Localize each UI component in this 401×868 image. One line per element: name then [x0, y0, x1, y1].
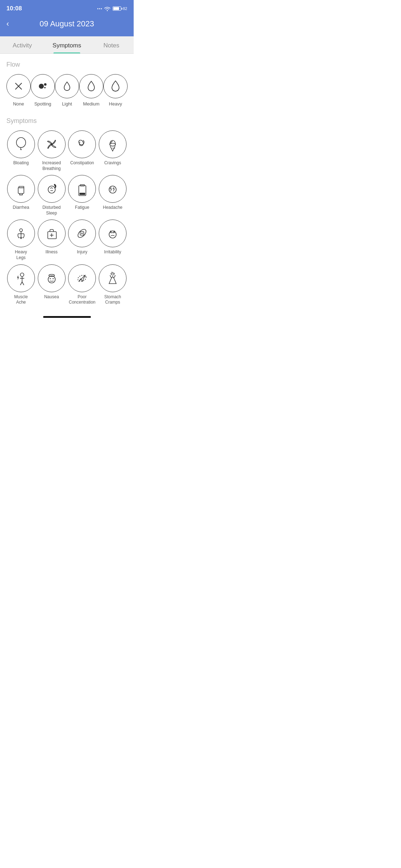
svg-point-30	[48, 276, 55, 283]
symptom-disturbed-sleep-label: DisturbedSleep	[42, 205, 61, 216]
symptom-headache[interactable]: Headache	[98, 175, 127, 216]
symptom-heavy-legs[interactable]: HeavyLegs	[6, 219, 36, 260]
symptom-cravings[interactable]: XXX Cravings	[98, 130, 127, 171]
symptoms-section-label: Symptoms	[6, 117, 127, 125]
svg-point-29	[20, 273, 24, 277]
symptom-fatigue[interactable]: Fatigue	[68, 175, 97, 216]
signal-icon	[97, 8, 102, 9]
flow-item-light[interactable]: Light	[55, 74, 79, 107]
flow-item-spotting[interactable]: Spotting	[31, 74, 55, 107]
tab-activity[interactable]: Activity	[0, 36, 45, 53]
svg-point-18	[20, 229, 22, 232]
flow-item-none[interactable]: None	[6, 74, 31, 107]
symptom-constipation[interactable]: Constipation	[68, 130, 97, 171]
status-time: 10:08	[6, 5, 22, 12]
flow-light-circle[interactable]	[55, 74, 79, 98]
tab-notes[interactable]: Notes	[89, 36, 134, 53]
header: ‹ 09 August 2023	[0, 16, 134, 36]
symptom-stomach-cramps-label: StomachCramps	[104, 294, 121, 305]
status-bar: 10:08 82	[0, 0, 134, 16]
symptom-injury-label: Injury	[77, 249, 87, 255]
symptom-headache-label: Headache	[103, 205, 123, 211]
symptom-diarrhea-label: Diarrhea	[13, 205, 29, 211]
svg-rect-16	[79, 193, 85, 195]
symptom-increased-breathing[interactable]: IncreasedBreathing	[37, 130, 66, 171]
symptom-heavy-legs-label: HeavyLegs	[15, 249, 27, 260]
svg-rect-15	[80, 185, 84, 186]
symptom-bloating[interactable]: Bloating	[6, 130, 36, 171]
svg-point-8	[110, 143, 115, 146]
flow-spotting-label: Spotting	[34, 101, 51, 107]
symptom-stomach-cramps[interactable]: StomachCramps	[98, 264, 127, 305]
symptoms-grid: Bloating IncreasedBreathing	[6, 130, 127, 305]
symptom-irritability-label: Irritability	[104, 249, 121, 255]
flow-none-circle[interactable]	[6, 74, 31, 98]
symptom-poor-concentration[interactable]: PoorConcentration	[68, 264, 97, 305]
symptom-nausea-label: Nausea	[44, 294, 59, 300]
symptom-poor-concentration-label: PoorConcentration	[69, 294, 96, 305]
symptom-cravings-label: Cravings	[104, 160, 121, 166]
svg-point-2	[39, 84, 44, 89]
svg-point-7	[51, 144, 52, 145]
flow-none-label: None	[13, 101, 24, 107]
symptom-increased-breathing-label: IncreasedBreathing	[42, 160, 61, 171]
symptom-muscle-ache[interactable]: MuscleAche	[6, 264, 36, 305]
svg-point-32	[50, 278, 51, 279]
symptom-constipation-label: Constipation	[70, 160, 94, 166]
header-title: 09 August 2023	[40, 19, 94, 29]
tab-bar: Activity Symptoms Notes	[0, 36, 134, 54]
status-icons: 82	[97, 6, 127, 11]
symptom-irritability[interactable]: Irritability	[98, 219, 127, 260]
symptom-diarrhea[interactable]: Diarrhea	[6, 175, 36, 216]
svg-point-31	[49, 274, 55, 277]
battery-level: 82	[123, 6, 127, 11]
symptom-illness[interactable]: Illness	[37, 219, 66, 260]
symptom-injury[interactable]: Injury	[68, 219, 97, 260]
symptom-disturbed-sleep[interactable]: DisturbedSleep	[37, 175, 66, 216]
flow-heavy-circle[interactable]	[103, 74, 128, 98]
flow-row: None Spotting Light	[6, 74, 127, 107]
tab-symptoms[interactable]: Symptoms	[45, 36, 89, 53]
back-button[interactable]: ‹	[6, 19, 9, 29]
svg-point-3	[44, 83, 47, 86]
svg-point-12	[48, 186, 55, 193]
wifi-icon	[104, 6, 110, 11]
home-bar	[43, 316, 91, 318]
svg-point-17	[109, 186, 116, 193]
flow-medium-circle[interactable]	[79, 74, 103, 98]
flow-light-label: Light	[62, 101, 72, 107]
content-area: Flow None Spotting	[0, 54, 134, 312]
flow-heavy-label: Heavy	[109, 101, 122, 107]
home-indicator	[0, 312, 134, 320]
symptom-nausea[interactable]: Nausea	[37, 264, 66, 305]
symptom-illness-label: Illness	[46, 249, 58, 255]
symptom-bloating-label: Bloating	[13, 160, 29, 166]
symptom-fatigue-label: Fatigue	[75, 205, 89, 211]
flow-spotting-circle[interactable]	[31, 74, 55, 98]
svg-text:XXX: XXX	[112, 147, 115, 149]
flow-item-heavy[interactable]: Heavy	[103, 74, 128, 107]
symptom-muscle-ache-label: MuscleAche	[14, 294, 28, 305]
svg-point-5	[16, 138, 26, 148]
battery-icon: 82	[113, 6, 127, 11]
svg-point-4	[44, 87, 46, 88]
flow-item-medium[interactable]: Medium	[79, 74, 103, 107]
svg-point-33	[52, 278, 53, 279]
flow-medium-label: Medium	[83, 101, 99, 107]
flow-section-label: Flow	[6, 61, 127, 68]
